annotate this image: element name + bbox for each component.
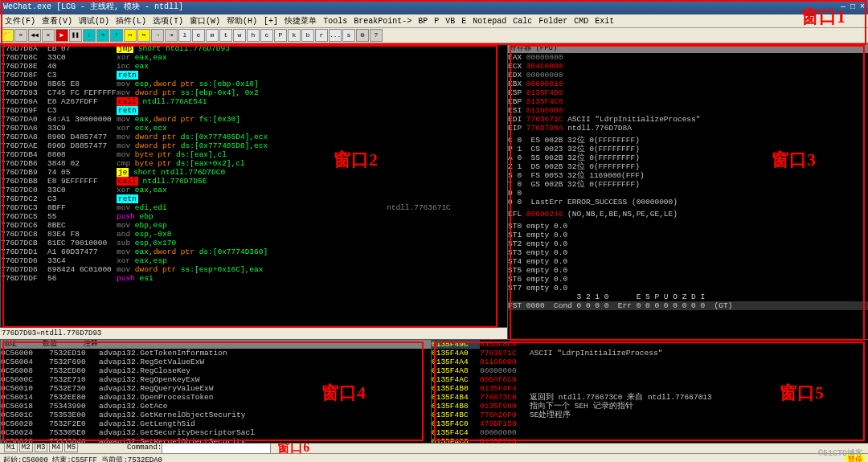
menu-item[interactable]: Folder: [535, 17, 571, 26]
view-btn-e[interactable]: e: [192, 29, 205, 42]
reg-ESI[interactable]: ESI 01166000: [508, 106, 868, 115]
disasm-row[interactable]: 776D7D908B65 E8mov esp,dword ptr ss:[ebp…: [1, 80, 507, 88]
memory-tab[interactable]: M2: [19, 443, 33, 452]
memory-row[interactable]: 0C5601875343990advapi32.GetAce: [1, 402, 431, 411]
memory-tab[interactable]: M3: [35, 443, 48, 452]
memory-row[interactable]: 0C560107532E730advapi32.RegQueryValueExW: [1, 384, 431, 393]
menu-item[interactable]: Calc: [510, 17, 535, 26]
disasm-row[interactable]: 776D7DA8890D D4857477mov dword ptr ds:[0…: [1, 133, 507, 141]
until-ret-icon[interactable]: →: [151, 29, 164, 42]
stack-row[interactable]: 0135F4BC776A20F0SE处理程序: [432, 411, 868, 419]
menu-item[interactable]: Tools: [320, 17, 350, 26]
view-btn-...[interactable]: ...: [329, 29, 342, 42]
memory-tab[interactable]: M5: [64, 443, 78, 452]
view-btn-s[interactable]: s: [342, 29, 355, 42]
view-btn-r[interactable]: r: [315, 29, 328, 42]
reg-EDX[interactable]: EDX 00000000: [508, 71, 868, 80]
disasm-row[interactable]: 776D7DA064:A1 30000000mov eax,dword ptr …: [1, 115, 507, 124]
menu-item[interactable]: 帮助(H): [223, 15, 260, 27]
view-btn-l[interactable]: l: [178, 29, 191, 42]
reg-EAX[interactable]: EAX 00000000: [508, 53, 868, 62]
reg-EDI[interactable]: EDI 7763671C ASCII "LdrpInitializeProces…: [508, 115, 868, 124]
memory-row[interactable]: 0C560047532F690advapi32.RegSetValueExW: [1, 358, 431, 366]
memory-row[interactable]: 0C560147532EE80advapi32.OpenProcessToken: [1, 393, 431, 402]
disasm-row[interactable]: 776D7DD633C4xor eax,esp: [1, 256, 507, 265]
step-over-icon[interactable]: ↷: [96, 29, 109, 42]
help-icon[interactable]: ?: [370, 29, 383, 42]
goto-icon[interactable]: ⇥: [165, 29, 178, 42]
view-btn-b[interactable]: b: [301, 29, 314, 42]
run-icon[interactable]: ▶: [55, 29, 68, 42]
reg-ESP[interactable]: ESP 0135F4D0: [508, 88, 868, 97]
disasm-row[interactable]: 776D7DC68BECmov ebp,esp: [1, 221, 507, 230]
view-btn-w[interactable]: w: [233, 29, 246, 42]
menu-item[interactable]: BreakPoint->: [350, 17, 415, 26]
menu-item[interactable]: CMD: [571, 17, 592, 26]
disasm-row[interactable]: 776D7DB48808mov byte ptr ds:[eax],cl: [1, 150, 507, 159]
stack-row[interactable]: 0135F4AC00DAF8C0: [432, 375, 868, 384]
view-btn-c[interactable]: c: [260, 29, 273, 42]
disasm-row[interactable]: 776D7D8C33C0xor eax,eax: [1, 53, 507, 62]
memory-pane[interactable]: 地址 数值 注释 0C560007532ED10advapi32.GetToke…: [0, 339, 432, 444]
reg-EIP[interactable]: EIP 776D7D8A ntdll.776D7D8A: [508, 124, 868, 133]
disasm-row[interactable]: 776D7DC033C0xor eax,eax: [1, 186, 507, 194]
reg-EBX[interactable]: EBX 00000010: [508, 80, 868, 88]
memory-row[interactable]: 0C560207532F2E0advapi32.GetLengthSid: [1, 419, 431, 428]
disasm-row[interactable]: 776D7DBBE8 9EFFFFFFcall ntdll.776D7D5E: [1, 177, 507, 186]
memory-row[interactable]: 0C5600C7532E710advapi32.RegOpenKeyExW: [1, 375, 431, 384]
reg-EBP[interactable]: EBP 0135F4C8: [508, 97, 868, 106]
disasm-row[interactable]: 776D7DB974 05je short ntdll.776D7DC0: [1, 168, 507, 177]
back-icon[interactable]: ◀◀: [28, 29, 41, 42]
stack-row[interactable]: 0135F4A800000000: [432, 366, 868, 375]
memory-row[interactable]: 0C5602875333640advapi32.SetKernelObjectS…: [1, 437, 431, 444]
close-icon[interactable]: ✕: [42, 29, 55, 42]
stack-row[interactable]: 0135F4A07763671CASCII "LdrpInitializePro…: [432, 349, 868, 358]
view-btn-t[interactable]: t: [219, 29, 232, 42]
trace-icon[interactable]: ↦: [124, 29, 137, 42]
menu-item[interactable]: VB: [442, 17, 458, 26]
settings-icon[interactable]: ⚙: [356, 29, 369, 42]
stack-row[interactable]: 0135F4A401166000: [432, 358, 868, 366]
stack-row[interactable]: 0135F4B4776673C0返回到 ntdll.776673C0 来自 nt…: [432, 393, 868, 402]
pause-icon[interactable]: ❚❚: [69, 29, 82, 42]
trace-over-icon[interactable]: ↪: [137, 29, 150, 42]
step-into-icon[interactable]: ↓: [83, 29, 96, 42]
menu-item[interactable]: BP: [415, 17, 431, 26]
registers-pane[interactable]: 寄存器 (FPU) EAX 00000000ECX 304C0000EDX 00…: [507, 43, 868, 342]
disasm-row[interactable]: 776D7DD1A1 60D37477mov eax,dword ptr ds:…: [1, 247, 507, 256]
minimize-btn[interactable]: —: [841, 2, 845, 11]
menu-item[interactable]: 查看(V): [39, 15, 76, 27]
memory-tab[interactable]: M1: [4, 443, 18, 452]
view-btn-m[interactable]: m: [206, 29, 219, 42]
disasm-row[interactable]: 776D7D8FC3retn: [1, 71, 507, 80]
disasm-row[interactable]: 776D7DC2C3retn: [1, 194, 507, 203]
memory-row[interactable]: 0C560087532ED80advapi32.RegCloseKey: [1, 366, 431, 375]
disasm-row[interactable]: 776D7D9AE8 A267FDFFcall ntdll.776AE541: [1, 97, 507, 106]
memory-row[interactable]: 0C56024753305E0advapi32.GetSecurityDescr…: [1, 428, 431, 437]
maximize-btn[interactable]: □: [850, 2, 855, 11]
menu-item[interactable]: [+]: [260, 17, 281, 26]
disasm-row[interactable]: 776D7DAE890D D8857477mov dword ptr ds:[0…: [1, 141, 507, 150]
stack-pane[interactable]: 0135F49C045AF8C00135F4A07763671CASCII "L…: [431, 339, 868, 444]
menu-item[interactable]: 窗口(W): [186, 15, 223, 27]
stack-row[interactable]: 0135F4B00135F4F4: [432, 384, 868, 393]
menu-item[interactable]: 选项(T): [149, 15, 186, 27]
stack-row[interactable]: 0135F4C80135F720: [432, 437, 868, 444]
memory-row[interactable]: 0C560007532ED10advapi32.GetTokenInformat…: [1, 349, 431, 358]
menu-item[interactable]: 快捷菜单: [281, 15, 320, 27]
restart-icon[interactable]: «: [14, 29, 27, 42]
close-btn[interactable]: ×: [860, 2, 865, 11]
folder-icon[interactable]: 📁: [1, 29, 14, 42]
disasm-row[interactable]: 776D7DC883E4 F8and esp,-0x8: [1, 230, 507, 239]
menu-item[interactable]: P: [431, 17, 442, 26]
view-btn-k[interactable]: k: [288, 29, 301, 42]
disasm-row[interactable]: 776D7DC555push ebp: [1, 212, 507, 221]
menu-item[interactable]: 插件(L): [113, 15, 149, 27]
disasm-row[interactable]: 776D7D93C745 FC FEFFFFFmov dword ptr ss:…: [1, 88, 507, 97]
disasm-pane[interactable]: 776D7D8AEB 07jmp short ntdll.776D7D93776…: [0, 43, 508, 328]
step-out-icon[interactable]: ↑: [110, 29, 123, 42]
view-btn-h[interactable]: h: [247, 29, 260, 42]
memory-row[interactable]: 0C5601C75353E00advapi32.GetKernelObjectS…: [1, 411, 431, 419]
disasm-row[interactable]: 776D7D8E40inc eax: [1, 62, 507, 71]
disasm-row[interactable]: 776D7D9FC3retn: [1, 106, 507, 115]
